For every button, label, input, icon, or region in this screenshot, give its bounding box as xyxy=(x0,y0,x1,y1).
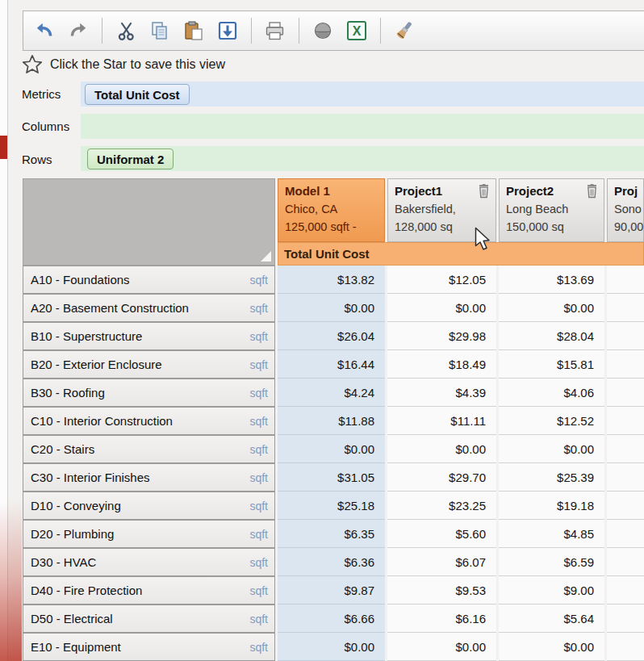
resize-handle[interactable] xyxy=(261,251,271,261)
cell-value: $5.64 xyxy=(499,605,604,633)
excel-export-icon[interactable]: X xyxy=(346,20,367,41)
column-location: Long Beach xyxy=(506,200,599,218)
row-header[interactable]: D40 - Fire Protectionsqft xyxy=(23,576,275,605)
cell-value: $0.00 xyxy=(278,435,385,463)
cell-empty xyxy=(607,379,644,407)
row-header[interactable]: D50 - Electricalsqft xyxy=(23,605,275,633)
metric-chip-total-unit-cost[interactable]: Total Unit Cost xyxy=(85,84,190,105)
cell-value: $4.39 xyxy=(387,379,496,407)
cell-value: $13.82 xyxy=(278,266,385,294)
cell-empty xyxy=(607,266,644,294)
cell-value: $0.00 xyxy=(499,633,604,661)
metrics-label: Metrics xyxy=(22,87,61,101)
cell-value: $0.00 xyxy=(387,633,496,661)
background-artifact-red-gradient xyxy=(0,488,22,661)
delete-project-icon[interactable] xyxy=(477,183,491,199)
pivot-grid: Total Unit Cost Model 1Chico, CA125,000 … xyxy=(23,178,644,661)
column-size: 150,000 sq xyxy=(506,218,599,236)
unit-label: sqft xyxy=(249,500,268,512)
cell-value: $6.16 xyxy=(387,605,496,633)
cell-value: $13.69 xyxy=(499,266,604,294)
toolbar-separator xyxy=(299,18,299,44)
undo-icon[interactable] xyxy=(34,20,55,41)
toolbar-separator xyxy=(102,18,102,44)
cell-value: $4.24 xyxy=(278,379,385,407)
cell-value: $0.00 xyxy=(278,633,385,661)
row-label: C20 - Stairs xyxy=(31,442,94,456)
row-header[interactable]: C20 - Stairssqft xyxy=(23,435,275,463)
toolbar-separator xyxy=(251,18,252,44)
columns-dropzone[interactable] xyxy=(81,114,644,139)
svg-text:X: X xyxy=(353,24,362,38)
cell-empty xyxy=(607,322,644,350)
column-size: 90,00 xyxy=(614,218,638,236)
unit-label: sqft xyxy=(249,387,268,400)
metric-band: Total Unit Cost xyxy=(278,242,644,266)
row-label: A20 - Basement Construction xyxy=(31,301,189,315)
copy-icon[interactable] xyxy=(149,20,170,41)
cell-value: $29.70 xyxy=(387,463,496,492)
redo-icon[interactable] xyxy=(68,20,89,41)
save-view-hint: Click the Star to save this view xyxy=(50,57,225,72)
mouse-cursor xyxy=(475,227,494,255)
column-header-project2[interactable]: Project2Long Beach150,000 sq xyxy=(499,178,604,242)
unit-label: sqft xyxy=(249,556,268,569)
cell-value: $5.60 xyxy=(387,520,496,548)
row-header[interactable]: D10 - Conveyingsqft xyxy=(23,492,275,520)
cell-value: $6.36 xyxy=(278,548,385,576)
print-icon[interactable] xyxy=(265,20,286,41)
row-dimension-chip-uniformat2[interactable]: Uniformat 2 xyxy=(87,149,174,169)
column-header-model-1[interactable]: Model 1Chico, CA125,000 sqft - xyxy=(278,178,385,242)
delete-project-icon[interactable] xyxy=(585,183,600,199)
cell-empty xyxy=(607,576,644,605)
cell-value: $4.85 xyxy=(499,520,604,548)
cell-value: $0.00 xyxy=(387,294,496,322)
column-name: Proj xyxy=(614,182,638,200)
cell-value: $19.18 xyxy=(499,492,604,520)
unit-label: sqft xyxy=(249,471,268,484)
row-header[interactable]: A20 - Basement Constructionsqft xyxy=(23,294,275,322)
row-header[interactable]: C10 - Interior Constructionsqft xyxy=(23,407,275,435)
cell-value: $12.52 xyxy=(499,407,604,435)
cell-value: $28.04 xyxy=(499,322,604,350)
cell-value: $6.07 xyxy=(387,548,496,576)
row-header[interactable]: C30 - Interior Finishessqft xyxy=(23,463,275,492)
cut-icon[interactable] xyxy=(115,20,136,41)
unit-label: sqft xyxy=(249,330,268,343)
row-label: D10 - Conveying xyxy=(31,499,121,512)
paste-icon[interactable] xyxy=(183,20,204,41)
unit-label: sqft xyxy=(249,443,268,456)
row-header[interactable]: B30 - Roofingsqft xyxy=(23,379,275,407)
row-header[interactable]: E10 - Equipmentsqft xyxy=(23,633,275,661)
unit-label: sqft xyxy=(249,584,268,597)
column-location: Bakersfield, xyxy=(395,200,491,218)
cell-value: $6.59 xyxy=(499,548,604,576)
column-location: Sono xyxy=(614,200,638,218)
cell-value: $0.00 xyxy=(499,435,604,463)
unit-label: sqft xyxy=(249,613,268,625)
row-header[interactable]: D20 - Plumbingsqft xyxy=(23,520,275,548)
cell-value: $12.05 xyxy=(387,266,496,294)
import-icon[interactable] xyxy=(217,20,238,41)
sphere-icon[interactable] xyxy=(312,20,333,41)
unit-label: sqft xyxy=(249,358,268,371)
row-header[interactable]: B10 - Superstructuresqft xyxy=(23,322,275,350)
format-brush-icon[interactable] xyxy=(394,20,415,41)
table-corner-cell xyxy=(23,178,275,266)
column-size: 125,000 sqft - xyxy=(285,218,379,236)
unit-label: sqft xyxy=(249,274,268,287)
column-header-proj[interactable]: ProjSono90,00 xyxy=(607,178,644,242)
row-header[interactable]: B20 - Exterior Enclosuresqft xyxy=(23,350,275,379)
cell-empty xyxy=(607,492,644,520)
row-label: D40 - Fire Protection xyxy=(31,584,142,597)
unit-label: sqft xyxy=(249,302,268,315)
cell-value: $16.44 xyxy=(278,350,385,379)
row-header[interactable]: A10 - Foundationssqft xyxy=(23,266,275,294)
row-label: B10 - Superstructure xyxy=(31,329,142,343)
star-icon[interactable] xyxy=(22,54,43,75)
cell-empty xyxy=(607,520,644,548)
row-label: A10 - Foundations xyxy=(31,273,130,287)
cell-empty xyxy=(607,350,644,379)
cell-value: $11.11 xyxy=(387,407,496,435)
row-header[interactable]: D30 - HVACsqft xyxy=(23,548,275,576)
